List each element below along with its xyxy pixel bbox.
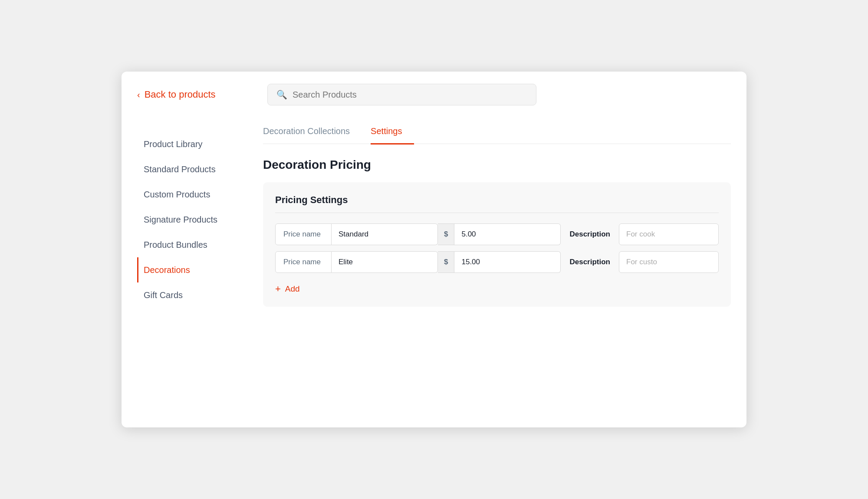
sidebar-item-custom-products[interactable]: Custom Products <box>137 182 247 207</box>
add-pricing-row-button[interactable]: + Add <box>275 282 300 296</box>
currency-symbol-1: $ <box>438 223 454 245</box>
price-name-segment-2: Price name <box>275 251 438 273</box>
back-to-products-link[interactable]: ‹ Back to products <box>137 89 250 100</box>
main-content: Product Library Standard Products Custom… <box>122 114 746 427</box>
content-area: Decoration Collections Settings Decorati… <box>247 123 746 427</box>
add-plus-icon: + <box>275 283 281 295</box>
price-name-label-2: Price name <box>275 251 332 273</box>
tabs: Decoration Collections Settings <box>263 123 731 144</box>
price-name-input-2[interactable] <box>332 251 438 273</box>
search-bar: 🔍 <box>267 84 536 105</box>
amount-input-1[interactable] <box>454 223 561 245</box>
amount-input-2[interactable] <box>454 251 561 273</box>
pricing-card-title: Pricing Settings <box>275 194 719 213</box>
pricing-row-2: Price name $ Description <box>275 251 719 273</box>
pricing-card: Pricing Settings Price name $ Descriptio… <box>263 182 731 307</box>
sidebar-item-signature-products[interactable]: Signature Products <box>137 207 247 232</box>
sidebar-item-product-bundles[interactable]: Product Bundles <box>137 232 247 257</box>
section-title: Decoration Pricing <box>263 158 731 172</box>
amount-segment-1: $ <box>438 223 561 245</box>
currency-symbol-2: $ <box>438 251 454 273</box>
description-input-2[interactable] <box>619 251 719 273</box>
price-name-label-1: Price name <box>275 223 332 245</box>
price-name-segment-1: Price name <box>275 223 438 245</box>
tab-settings[interactable]: Settings <box>371 123 414 144</box>
search-icon: 🔍 <box>276 89 287 100</box>
sidebar-item-product-library[interactable]: Product Library <box>137 131 247 157</box>
sidebar-item-decorations[interactable]: Decorations <box>137 257 247 282</box>
description-label-1: Description <box>561 224 619 245</box>
sidebar-item-standard-products[interactable]: Standard Products <box>137 157 247 182</box>
price-name-input-1[interactable] <box>332 223 438 245</box>
description-input-1[interactable] <box>619 223 719 245</box>
amount-segment-2: $ <box>438 251 561 273</box>
sidebar: Product Library Standard Products Custom… <box>122 123 247 427</box>
search-input[interactable] <box>293 90 527 100</box>
sidebar-item-gift-cards[interactable]: Gift Cards <box>137 282 247 308</box>
pricing-row-1: Price name $ Description <box>275 223 719 245</box>
description-label-2: Description <box>561 252 619 272</box>
top-bar: ‹ Back to products 🔍 <box>122 72 746 114</box>
back-to-products-label: Back to products <box>145 89 216 100</box>
tab-decoration-collections[interactable]: Decoration Collections <box>263 123 362 144</box>
app-window: ‹ Back to products 🔍 Product Library Sta… <box>122 72 746 427</box>
add-label: Add <box>285 284 300 294</box>
back-arrow-icon: ‹ <box>137 90 140 100</box>
